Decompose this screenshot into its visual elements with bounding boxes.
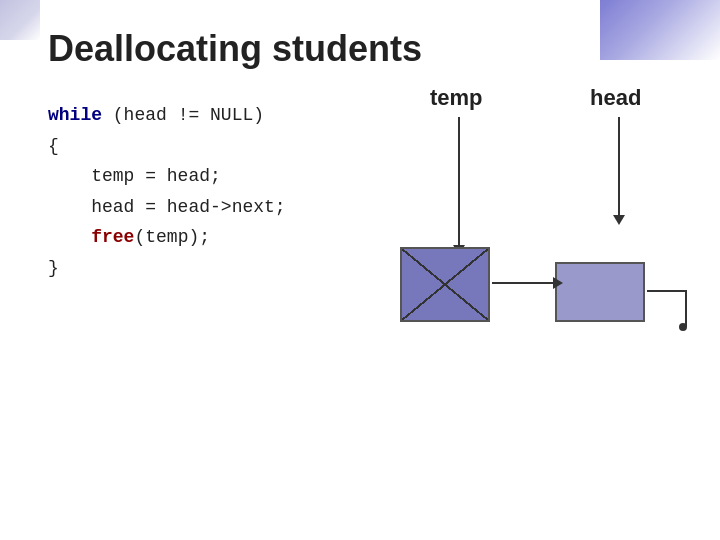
keyword-free: free (48, 227, 134, 247)
node-box-2 (555, 262, 645, 322)
arrow-from-temp (458, 117, 460, 247)
arrow-between-nodes (492, 282, 555, 284)
label-temp: temp (430, 85, 483, 111)
code-line-3: temp = head; (48, 161, 286, 192)
code-condition: (head != NULL) (102, 105, 264, 125)
corner-decoration-right (600, 0, 720, 60)
corner-decoration-left (0, 0, 40, 40)
code-brace-close: } (48, 258, 59, 278)
code-free-arg: (temp); (134, 227, 210, 247)
code-line-6: } (48, 253, 286, 284)
arrow-node2-down (685, 292, 687, 327)
code-line-2: { (48, 131, 286, 162)
label-head: head (590, 85, 641, 111)
code-line-5: free(temp); (48, 222, 286, 253)
code-block: while (head != NULL) { temp = head; head… (48, 100, 286, 284)
arrow-node2-right (647, 290, 687, 292)
code-line-4: head = head->next; (48, 192, 286, 223)
code-brace-open: { (48, 136, 59, 156)
code-temp-assign: temp = head; (48, 166, 221, 186)
arrow-end-dot (679, 323, 687, 331)
node-box-crossed (400, 247, 490, 322)
code-line-1: while (head != NULL) (48, 100, 286, 131)
page-title: Deallocating students (48, 28, 422, 70)
keyword-while: while (48, 105, 102, 125)
arrow-from-head (618, 117, 620, 217)
code-head-assign: head = head->next; (48, 197, 286, 217)
linked-list-diagram: temp head (370, 85, 700, 365)
